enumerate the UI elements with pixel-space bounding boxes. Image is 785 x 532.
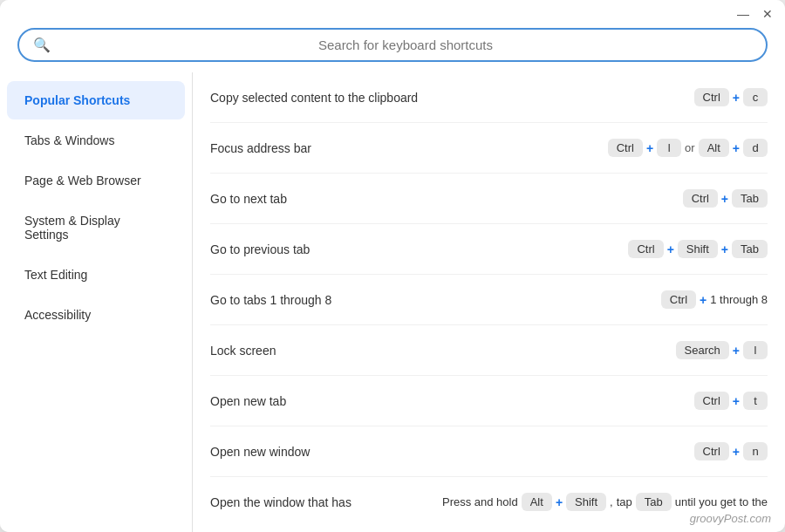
plus-sign: + [733, 344, 740, 358]
shortcut-keys: Ctrl+Tab [683, 189, 768, 208]
key-badge: Ctrl [694, 88, 729, 106]
key-badge: Ctrl [661, 290, 696, 309]
sidebar-item-system[interactable]: System & Display Settings [7, 201, 185, 254]
shortcut-keys: Ctrl+t [694, 392, 768, 410]
shortcut-row: Copy selected content to the clipboardCt… [210, 72, 768, 123]
shortcut-description: Go to tabs 1 through 8 [210, 293, 661, 307]
close-button[interactable]: ✕ [761, 7, 775, 21]
search-area: 🔍 [0, 24, 785, 72]
key-badge: c [743, 88, 768, 106]
shortcut-row: Lock screenSearch+l [210, 325, 768, 376]
key-badge: Tab [636, 493, 672, 511]
watermark: groovyPost.com [690, 512, 771, 525]
shortcut-description: Go to previous tab [210, 242, 628, 256]
key-badge: d [743, 139, 768, 157]
main-content: Popular ShortcutsTabs & WindowsPage & We… [0, 72, 785, 532]
comma: , [610, 495, 613, 508]
key-badge: Ctrl [694, 442, 729, 460]
shortcut-keys: Ctrl+1 through 8 [661, 290, 768, 309]
shortcut-keys: Search+l [676, 341, 768, 359]
sidebar-item-page[interactable]: Page & Web Browser [7, 161, 185, 200]
shortcut-keys: Press and hold Alt+Shift, tap Tab until … [442, 493, 768, 511]
key-text2: tap [617, 495, 632, 508]
key-badge: l [657, 139, 681, 157]
or-separator: or [685, 141, 695, 154]
shortcuts-list: Copy selected content to the clipboardCt… [192, 72, 785, 532]
key-badge: Shift [566, 493, 606, 511]
shortcut-row: Go to previous tabCtrl+Shift+Tab [210, 224, 768, 275]
plus-sign: + [667, 242, 674, 256]
shortcut-keys: Ctrl+n [694, 442, 768, 460]
shortcut-description: Lock screen [210, 344, 676, 358]
key-badge: Ctrl [683, 189, 718, 208]
plus-sign: + [733, 141, 740, 155]
key-badge: l [743, 341, 768, 359]
key-badge: Ctrl [608, 139, 643, 157]
plus-sign: + [721, 192, 728, 206]
sidebar-item-text[interactable]: Text Editing [7, 256, 185, 294]
plus-sign: + [700, 293, 706, 307]
search-icon: 🔍 [33, 37, 51, 53]
shortcut-description: Copy selected content to the clipboard [210, 91, 694, 105]
shortcut-keys: Ctrl+Shift+Tab [628, 240, 768, 258]
sidebar-item-popular[interactable]: Popular Shortcuts [7, 81, 185, 119]
shortcut-row: Open new tabCtrl+t [210, 376, 768, 426]
plus-sign: + [733, 394, 740, 408]
shortcut-row: Open new windowCtrl+n [210, 426, 768, 477]
shortcut-description: Open the window that has [210, 495, 442, 509]
plus-sign: + [556, 495, 563, 509]
key-text: 1 through 8 [710, 293, 768, 306]
shortcut-keys: Ctrl+lorAlt+d [608, 139, 768, 157]
shortcut-description: Open new window [210, 445, 694, 459]
plus-sign: + [733, 445, 740, 459]
key-badge: Ctrl [628, 240, 663, 258]
key-badge: Shift [678, 240, 718, 258]
sidebar-item-tabs[interactable]: Tabs & Windows [7, 121, 185, 160]
shortcut-row: Go to tabs 1 through 8Ctrl+1 through 8 [210, 275, 768, 325]
key-badge: Search [676, 341, 729, 359]
title-bar: — ✕ [0, 0, 785, 24]
minimize-button[interactable]: — [736, 7, 750, 21]
shortcut-row: Focus address barCtrl+lorAlt+d [210, 123, 768, 174]
sidebar: Popular ShortcutsTabs & WindowsPage & We… [0, 72, 192, 532]
sidebar-item-accessibility[interactable]: Accessibility [7, 296, 185, 334]
key-badge: Tab [732, 189, 768, 208]
shortcut-keys: Ctrl+c [694, 88, 768, 106]
shortcut-row: Open the window that hasPress and hold A… [210, 477, 768, 527]
shortcut-description: Focus address bar [210, 141, 608, 155]
key-badge: t [743, 392, 768, 410]
key-text2: until you get to the [675, 495, 768, 508]
key-badge: Tab [732, 240, 768, 258]
plus-sign: + [721, 242, 728, 256]
shortcut-description: Open new tab [210, 394, 694, 408]
key-badge: Alt [522, 493, 552, 511]
shortcut-row: Go to next tabCtrl+Tab [210, 174, 768, 224]
shortcut-description: Go to next tab [210, 192, 683, 206]
search-bar-container[interactable]: 🔍 [17, 28, 768, 62]
key-badge: Alt [699, 139, 729, 157]
plus-sign: + [733, 91, 740, 105]
search-input[interactable] [59, 38, 752, 52]
key-badge: n [743, 442, 768, 460]
key-badge: Ctrl [694, 392, 729, 410]
plus-sign: + [646, 141, 653, 155]
keys-prefix: Press and hold [442, 495, 518, 508]
keyboard-shortcuts-window: — ✕ 🔍 Popular ShortcutsTabs & WindowsPag… [0, 0, 785, 532]
